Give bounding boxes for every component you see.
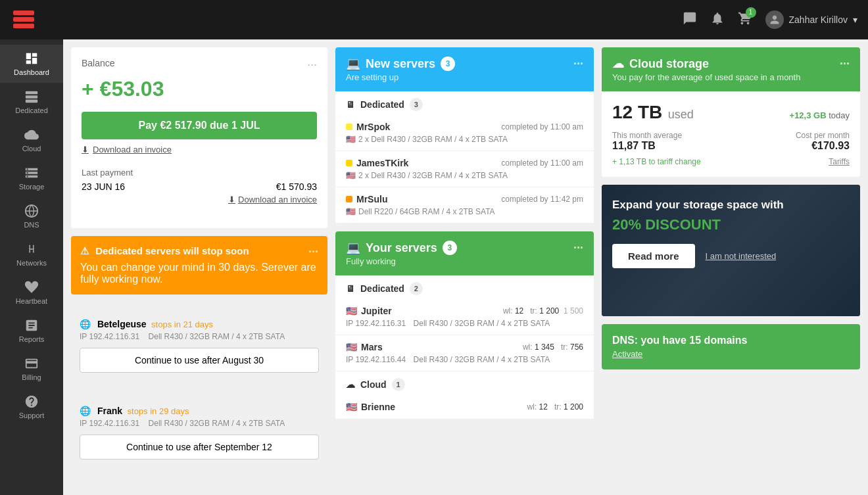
column-2: 💻 New servers 3 ··· Are setting up 🖥 Ded… [335, 47, 594, 419]
not-interested-link[interactable]: I am not interested [706, 251, 777, 261]
sidebar-item-dashboard[interactable]: Dashboard [0, 45, 63, 83]
mrsulu-name: MrSulu [356, 194, 387, 204]
mrspok-spec: 🇺🇸 2 x Dell R430 / 32GB RAM / 4 x 2TB SA… [346, 135, 583, 144]
jupiter-flag: 🇺🇸 [346, 306, 357, 316]
dedicated-icon-your: 🖥 [346, 283, 355, 294]
sidebar-item-networks[interactable]: Networks [0, 235, 63, 273]
sidebar-item-billing[interactable]: Billing [0, 350, 63, 388]
mars-stats: wl: 1 345 tr: 756 [523, 342, 583, 352]
your-dedicated-label: 🖥 Dedicated 2 [335, 275, 594, 299]
download-invoice-1[interactable]: ⬇ Download an invoice [82, 145, 317, 154]
cloud-icon-your: ☁ [346, 379, 355, 390]
cloud-storage-header: ☁ Cloud storage ··· You pay for the aver… [602, 47, 860, 91]
cloud-storage-card: ☁ Cloud storage ··· You pay for the aver… [602, 47, 860, 177]
cart-icon[interactable]: 1 [738, 11, 752, 29]
sidebar-item-storage[interactable]: Storage [0, 159, 63, 197]
new-dedicated-count: 3 [410, 98, 423, 111]
your-server-brienne: 🇺🇸 Brienne wl: 12 tr: 1 200 [335, 395, 594, 419]
tariffs-link[interactable]: Tariffs [829, 157, 850, 166]
alert-title-text: Dedicated servers will stop soon [95, 245, 249, 256]
your-server-jupiter: 🇺🇸 Jupiter wl: 12 tr: 1 200 1 500 [335, 299, 594, 335]
balance-title-row: Balance ··· [82, 58, 317, 72]
jupiter-stats: wl: 12 tr: 1 200 1 500 [503, 306, 583, 316]
brienne-flag: 🇺🇸 [346, 402, 357, 412]
read-more-button[interactable]: Read more [612, 244, 695, 268]
balance-menu-icon[interactable]: ··· [307, 58, 317, 72]
discount-card: Expand your storage space with 20% DISCO… [602, 185, 860, 316]
cloud-storage-title-row: ☁ Cloud storage ··· [612, 57, 850, 71]
mrspok-dot [346, 124, 352, 130]
svg-rect-5 [26, 100, 37, 103]
your-servers-card: 💻 Your servers 3 ··· Fully working 🖥 Ded… [335, 231, 594, 419]
new-servers-card: 💻 New servers 3 ··· Are setting up 🖥 Ded… [335, 47, 594, 224]
mars-name: Mars [361, 342, 383, 352]
jamestkirk-time: completed by 11:00 am [501, 158, 583, 168]
new-servers-dedicated-label: 🖥 Dedicated 3 [335, 91, 594, 115]
new-servers-header: 💻 New servers 3 ··· Are setting up [335, 47, 594, 91]
chevron-down-icon: ▾ [853, 14, 857, 25]
balance-card: Balance ··· + €53.03 Pay €2 517.90 due 1… [71, 47, 327, 228]
sidebar-item-dns[interactable]: DNS [0, 197, 63, 235]
storage-month-val: 11,87 TB [612, 140, 682, 152]
mrsulu-dot [346, 196, 352, 202]
storage-month-row: This month average 11,87 TB Cost per mon… [612, 131, 850, 152]
your-servers-menu-icon[interactable]: ··· [573, 241, 583, 255]
user-menu[interactable]: Zahhar Kirillov ▾ [765, 11, 857, 29]
sidebar-item-reports[interactable]: Reports [0, 312, 63, 350]
dns-card: DNS: you have 15 domains Activate [602, 324, 860, 369]
cloud-storage-menu-icon[interactable]: ··· [840, 57, 850, 71]
sidebar-item-cloud[interactable]: Cloud [0, 121, 63, 159]
svg-rect-0 [13, 11, 34, 15]
alert-banner: ⚠ Dedicated servers will stop soon ··· Y… [71, 236, 327, 295]
jupiter-name: Jupiter [361, 306, 392, 316]
sidebar: Dashboard Dedicated Cloud Storage DNS Ne… [0, 39, 63, 495]
download-icon: ⬇ [82, 145, 89, 154]
discount-percent: 20% DISCOUNT [612, 216, 850, 233]
column-1: Balance ··· + €53.03 Pay €2 517.90 due 1… [71, 47, 327, 476]
sidebar-item-support[interactable]: Support [0, 388, 63, 426]
logo[interactable] [11, 7, 37, 33]
main-layout: Dashboard Dedicated Cloud Storage DNS Ne… [0, 39, 868, 495]
sidebar-item-heartbeat[interactable]: Heartbeat [0, 273, 63, 312]
new-servers-title-row: 💻 New servers 3 ··· [346, 57, 583, 71]
your-server-mars: 🇺🇸 Mars wl: 1 345 tr: 756 IP 192.42.116.… [335, 335, 594, 371]
notification-icon[interactable] [710, 11, 725, 29]
alert-icon: ⚠ [80, 245, 89, 256]
cart-badge: 1 [746, 7, 756, 18]
continue-betelgeuse-button[interactable]: Continue to use after August 30 [80, 348, 319, 373]
your-servers-header: 💻 Your servers 3 ··· Fully working [335, 231, 594, 275]
storage-month-label: This month average [612, 131, 682, 140]
storage-tariff-row: + 1,13 TB to tariff change Tariffs [612, 157, 850, 166]
last-payment-label: Last payment [82, 168, 317, 177]
balance-label: Balance [82, 58, 115, 72]
dns-activate-link[interactable]: Activate [612, 349, 850, 359]
alert-menu-icon[interactable]: ··· [308, 245, 318, 259]
betelgeuse-stops-text: stops in 21 days [149, 319, 213, 329]
storage-cost-val: €170.93 [796, 140, 850, 152]
discount-buttons: Read more I am not interested [612, 244, 850, 268]
download-invoice-2[interactable]: ⬇ Download an invoice [82, 195, 317, 204]
chat-icon[interactable] [683, 11, 697, 29]
new-servers-count-badge: 3 [441, 57, 455, 71]
new-servers-icon: 💻 [346, 57, 360, 71]
last-payment-row: 23 JUN 16 €1 570.93 [82, 181, 317, 192]
storage-body: 12 TB used +12,3 GB today This m [602, 91, 860, 177]
topbar: 1 Zahhar Kirillov ▾ [0, 0, 868, 39]
pay-button[interactable]: Pay €2 517.90 due 1 JUL [82, 112, 317, 139]
new-servers-menu-icon[interactable]: ··· [573, 57, 583, 71]
alert-title-row: ⚠ Dedicated servers will stop soon ··· [80, 245, 318, 259]
sidebar-item-dedicated[interactable]: Dedicated [0, 83, 63, 121]
sidebar-storage-label: Storage [19, 183, 45, 191]
your-cloud-count: 1 [392, 378, 405, 391]
mrsulu-flag: 🇺🇸 [346, 207, 356, 216]
storage-tariff-text: + 1,13 TB to tariff change [612, 157, 701, 166]
content-area: Balance ··· + €53.03 Pay €2 517.90 due 1… [63, 39, 868, 495]
sidebar-networks-label: Networks [16, 259, 47, 267]
continue-frank-button[interactable]: Continue to use after September 12 [80, 435, 319, 460]
new-server-mrsulu: MrSulu completed by 11:42 pm 🇺🇸 Dell R22… [335, 187, 594, 224]
your-servers-body: 🖥 Dedicated 2 🇺🇸 Jupiter [335, 275, 594, 419]
your-servers-subtitle: Fully working [346, 256, 583, 266]
sidebar-reports-label: Reports [19, 335, 45, 343]
balance-amount: + €53.03 [82, 77, 317, 101]
betelgeuse-spec: IP 192.42.116.31 Dell R430 / 32GB RAM / … [80, 332, 319, 341]
